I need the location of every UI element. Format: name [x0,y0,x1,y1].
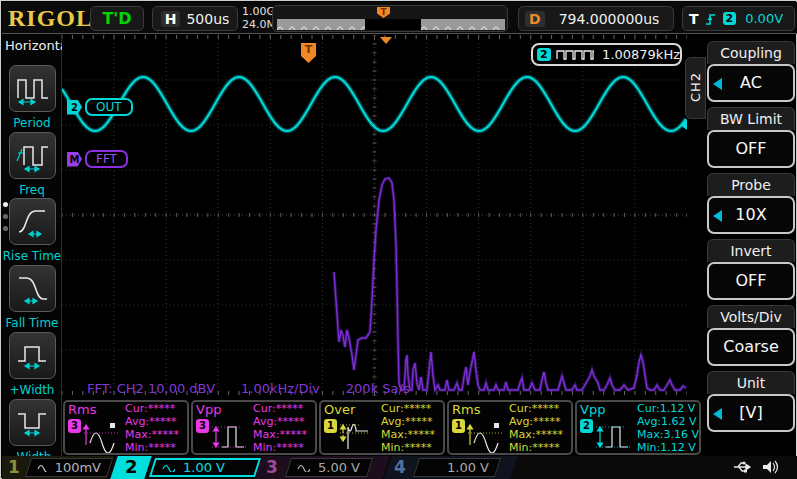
volts-div-value[interactable]: Coarse [707,328,795,366]
channel-4-number[interactable]: 4 [394,457,406,477]
fft-scale-info: FFT: CH2 10.00 dBV [87,381,215,396]
channel-4-indicator[interactable]: 1.00 V [413,458,501,477]
measurement-values: Cur:***** Avg:***** Max:***** Min:***** [509,402,563,454]
channel-3-scale: 5.00 V [318,460,360,475]
rigol-logo: RIGOL [8,5,93,32]
measurement-values: Cur:***** Avg:***** Max:***** Min:***** [381,402,435,454]
memory-waveform-strip [277,19,505,30]
channel-1-number[interactable]: 1 [8,457,20,477]
rms-icon [466,417,506,453]
measurement-box-rms-ch3[interactable]: Rms 3 Cur:***** Avg:***** Max:***** Min:… [63,400,189,455]
overview-window[interactable] [365,19,421,30]
trigger-status-badge: T'D [90,6,144,31]
measure-plus-width-label: +Width [2,383,62,397]
invert-title: Invert [707,239,795,262]
menu-item-bw-limit[interactable]: BW Limit OFF [707,107,795,168]
measure-period-label: Period [2,116,62,130]
graticule-and-traces [62,35,687,396]
math-tag-badge: M [67,152,82,167]
page-dot [3,226,8,231]
ac-coupling-icon [297,464,310,472]
measurement-source-badge: 3 [68,419,81,433]
trigger-position-triangle[interactable] [380,37,392,44]
delay-value: 794.000000us [559,11,660,27]
frequency-counter: 2 1.00879kHz [531,43,682,66]
top-status-bar: RIGOL T'D H 500us 1.00GSa/s 24.0M pts T … [2,2,797,34]
measurement-values: Cur:1.12 V Avg:1.62 V Max:3.16 V Min:1.1… [637,402,699,454]
bw-limit-value[interactable]: OFF [707,130,795,168]
unit-title: Unit [707,371,795,394]
chevron-left-icon [713,78,722,90]
trigger-label: T [689,11,699,27]
measurement-name: Rms [68,402,96,417]
page-dot-active [3,202,8,207]
minus-width-icon [15,406,51,440]
channel-2-indicator[interactable]: 1.00 V [149,458,261,477]
ac-coupling-icon [162,464,175,472]
measurement-values: Cur:***** Avg:***** Max:***** Min:***** [125,402,179,454]
vpp-icon [210,417,250,453]
measurement-box-vpp-ch3[interactable]: Vpp 3 Cur:***** Avg:***** Max:***** Min:… [191,400,317,455]
delay-readout[interactable]: D 794.000000us [518,6,674,31]
measurement-box-over-ch1[interactable]: Over 1 Cur:***** Avg:***** Max:***** Min… [319,400,445,455]
freq-counter-value: 1.00879kHz [602,47,680,62]
menu-item-invert[interactable]: Invert OFF [707,239,795,300]
channel-3-indicator[interactable]: 5.00 V [285,458,373,477]
overview-trigger-marker[interactable]: T [377,7,390,18]
waveform-display [62,35,687,396]
right-menu-tab-label: CH2 [688,72,703,102]
bw-limit-title: BW Limit [707,107,795,130]
delay-label: D [525,11,545,27]
waveform-overview-bar[interactable]: T [272,5,508,32]
trigger-source-badge: 2 [723,12,737,25]
chevron-left-icon [713,408,722,420]
measurement-name: Vpp [580,402,605,417]
trigger-readout[interactable]: T 2 0.00V [682,6,795,31]
overshoot-icon [338,417,378,453]
measurement-source-badge: 1 [324,419,337,433]
rise-time-icon [15,205,51,239]
menu-page-dots [3,202,8,231]
coupling-title: Coupling [707,41,795,64]
channel-4-scale: 1.00 V [447,460,489,475]
probe-value[interactable]: 10X [707,196,795,234]
measurement-values: Cur:***** Avg:***** Max:***** Min:***** [253,402,307,454]
invert-value[interactable]: OFF [707,262,795,300]
square-wave-icon [556,49,594,61]
measurement-box-rms-ch1[interactable]: Rms 1 Cur:***** Avg:***** Max:***** Min:… [447,400,573,455]
channel-2-number-cell[interactable]: 2 [110,456,151,479]
math-fft-tag[interactable]: M FFT [67,150,128,168]
ch2-waveform-tag[interactable]: 2 OUT [67,98,133,116]
measurement-box-vpp-ch2[interactable]: Vpp 2 Cur:1.12 V Avg:1.62 V Max:3.16 V M… [575,400,701,455]
fft-hdiv: 1.00kHz/Div [241,381,320,396]
freq-counter-source-badge: 2 [537,48,551,61]
horizontal-measure-menu: Horizontal Period Freq Rise Time [2,34,62,456]
menu-item-probe[interactable]: Probe 10X [707,173,795,234]
measure-period-button[interactable] [9,65,56,112]
menu-item-volts-div[interactable]: Volts/Div Coarse [707,305,795,366]
channel-1-scale: 100mV [55,460,101,475]
measure-rise-time-button[interactable] [9,198,56,245]
measurement-name: Vpp [196,402,221,417]
channel-1-indicator[interactable]: 100mV [25,458,113,477]
menu-item-coupling[interactable]: Coupling AC [707,41,795,102]
ac-coupling-icon [37,464,47,472]
horizontal-timebase[interactable]: H 500us [152,6,238,31]
usb-icon [733,459,753,475]
unit-value[interactable]: [V] [707,394,795,432]
coupling-value[interactable]: AC [707,64,795,102]
trigger-level-marker[interactable] [680,120,687,130]
volts-div-title: Volts/Div [707,305,795,328]
measure-plus-width-button[interactable] [9,332,56,379]
horizontal-label: H [161,11,181,27]
measure-freq-button[interactable] [9,132,56,179]
timebase-value: 500us [186,11,229,27]
channel-3-number[interactable]: 3 [266,457,278,477]
menu-item-unit[interactable]: Unit [V] [707,371,795,432]
measure-minus-width-button[interactable] [9,399,56,446]
measure-freq-label: Freq [2,183,62,197]
ch2-tag-label: OUT [85,98,133,116]
measure-fall-time-button[interactable] [9,265,56,312]
rising-edge-icon [704,12,718,26]
rms-icon [82,417,122,453]
